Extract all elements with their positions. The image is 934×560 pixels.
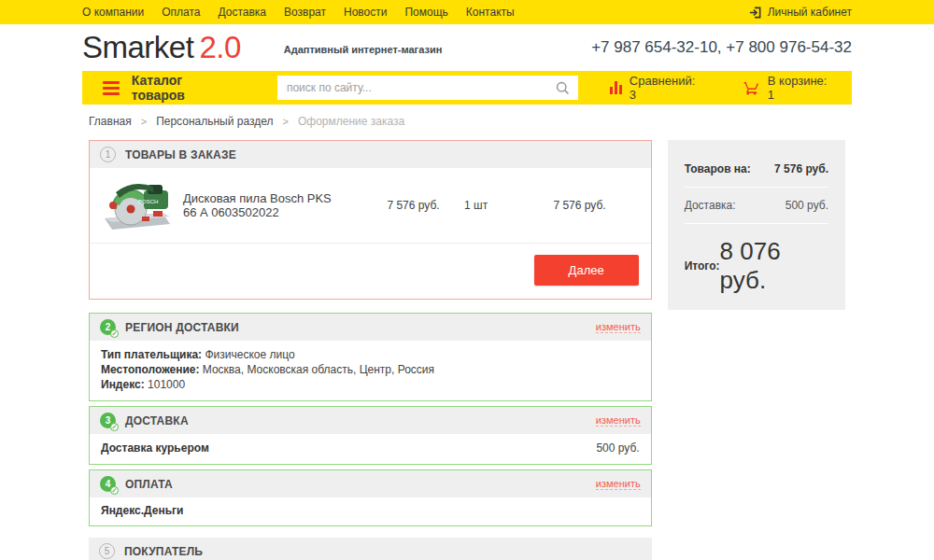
location-row: Местоположение: Москва, Московская облас… [101, 362, 640, 377]
section-title: РЕГИОН ДОСТАВКИ [125, 321, 239, 334]
menu-payment[interactable]: Оплата [162, 6, 200, 19]
delivery-details: Доставка курьером 500 руб. [90, 434, 651, 464]
breadcrumb-personal[interactable]: Персональный раздел [156, 115, 273, 128]
field-label: Тип плательщика: [101, 348, 202, 361]
field-label: Индекс: [101, 378, 145, 391]
payer-type-row: Тип плательщика: Физическое лицо [101, 347, 640, 362]
svg-text:BOSCH: BOSCH [138, 199, 158, 204]
section-region-header: 2✓ РЕГИОН ДОСТАВКИ изменить [90, 314, 651, 341]
summary-column: Товаров на: 7 576 руб. Доставка: 500 руб… [668, 140, 845, 310]
catalog-button[interactable]: Каталог товаров [132, 73, 233, 103]
field-value: 101000 [148, 378, 185, 391]
site-header: Smarket2.0 Адаптивный интернет-магазин +… [0, 24, 934, 71]
section-order-items: 1 ТОВАРЫ В ЗАКАЗЕ [89, 140, 652, 300]
section-title: ПОКУПАТЕЛЬ [124, 545, 203, 558]
field-label: Местоположение: [101, 363, 199, 376]
section-payment: 4✓ ОПЛАТА изменить Яндекс.Деньги [89, 469, 652, 526]
catalog-bar-wrap: Каталог товаров Сравнений: 3 В корзине: … [0, 71, 934, 105]
order-footer: Далее [90, 243, 651, 299]
logo[interactable]: Smarket2.0 [82, 30, 241, 65]
product-price: 7 576 руб. [347, 199, 440, 212]
breadcrumb-current: Оформление заказа [298, 115, 404, 128]
logo-text: Smarket [82, 30, 193, 64]
payment-details: Яндекс.Деньги [90, 497, 651, 525]
region-details: Тип плательщика: Физическое лицо Местопо… [90, 341, 651, 400]
menu-returns[interactable]: Возврат [284, 6, 326, 19]
summary-label: Товаров на: [685, 162, 751, 175]
product-total: 7 576 руб. [513, 199, 606, 212]
section-title: ТОВАРЫ В ЗАКАЗЕ [125, 148, 236, 161]
menu-delivery[interactable]: Доставка [218, 6, 266, 19]
comparisons-link[interactable]: Сравнений: 3 [610, 74, 700, 102]
catalog-bar: Каталог товаров Сравнений: 3 В корзине: … [82, 71, 852, 105]
section-delivery: 3✓ ДОСТАВКА изменить Доставка курьером 5… [89, 406, 652, 465]
breadcrumb: Главная > Персональный раздел > Оформлен… [82, 105, 852, 128]
cart-label: В корзине: 1 [768, 74, 831, 102]
edit-region-link[interactable]: изменить [596, 321, 641, 333]
summary-delivery-row: Доставка: 500 руб. [685, 188, 828, 224]
search-box [277, 76, 578, 100]
phone-numbers[interactable]: +7 987 654-32-10, +7 800 976-54-32 [591, 38, 852, 57]
next-button[interactable]: Далее [534, 255, 639, 286]
edit-payment-link[interactable]: изменить [596, 478, 641, 490]
breadcrumb-home[interactable]: Главная [89, 115, 132, 128]
summary-label: Доставка: [685, 199, 736, 212]
product-name[interactable]: Дисковая пила Bosch PKS 66 А 0603502022 [183, 191, 347, 219]
step-done-badge: ✓ [110, 423, 119, 431]
summary-value: 500 руб. [785, 199, 828, 212]
section-region: 2✓ РЕГИОН ДОСТАВКИ изменить Тип плательщ… [89, 313, 652, 401]
zip-row: Индекс: 101000 [101, 377, 640, 392]
total-label: Итого: [685, 259, 720, 273]
product-quantity: 1 шт [440, 199, 513, 212]
bar-chart-icon [610, 81, 622, 94]
section-payment-header: 4✓ ОПЛАТА изменить [90, 470, 651, 497]
section-order-header: 1 ТОВАРЫ В ЗАКАЗЕ [90, 141, 651, 168]
cart-link[interactable]: В корзине: 1 [743, 74, 831, 102]
search-input[interactable] [287, 81, 555, 94]
comparisons-label: Сравнений: 3 [630, 74, 700, 102]
summary-total-row: Итого: 8 076 руб. [685, 224, 828, 295]
section-buyer-header: 5 ПОКУПАТЕЛЬ [89, 538, 652, 560]
step-number-icon: 1 [100, 147, 116, 162]
total-value: 8 076 руб. [720, 237, 828, 295]
top-utility-bar: О компании Оплата Доставка Возврат Новос… [0, 0, 934, 24]
step-done-badge: ✓ [110, 486, 119, 495]
step-done-badge: ✓ [110, 329, 119, 338]
field-value: Москва, Московская область, Центр, Росси… [203, 363, 434, 376]
product-row: BOSCH Дисковая пила Bosch PKS 66 А 06035… [90, 168, 651, 243]
account-link[interactable]: Личный кабинет [748, 6, 852, 20]
account-label: Личный кабинет [768, 6, 852, 19]
step-number-icon: 4✓ [100, 476, 116, 492]
breadcrumb-separator: > [141, 116, 147, 127]
menu-news[interactable]: Новости [344, 6, 387, 19]
search-icon[interactable] [555, 80, 571, 96]
hamburger-menu-icon[interactable] [103, 81, 120, 95]
order-summary: Товаров на: 7 576 руб. Доставка: 500 руб… [668, 140, 845, 310]
menu-help[interactable]: Помощь [404, 6, 447, 19]
top-menu: О компании Оплата Доставка Возврат Новос… [82, 6, 515, 19]
menu-about[interactable]: О компании [82, 6, 144, 19]
menu-contacts[interactable]: Контакты [466, 6, 515, 19]
section-title: ОПЛАТА [125, 478, 173, 491]
product-thumbnail[interactable]: BOSCH [101, 175, 174, 235]
checkout-column: 1 ТОВАРЫ В ЗАКАЗЕ [89, 140, 652, 560]
section-title: ДОСТАВКА [125, 414, 189, 427]
delivery-method: Доставка курьером [101, 441, 209, 455]
summary-value: 7 576 руб. [774, 162, 828, 175]
cart-icon [743, 79, 760, 96]
section-delivery-header: 3✓ ДОСТАВКА изменить [90, 407, 651, 434]
step-number-icon: 5 [99, 543, 115, 559]
delivery-price: 500 руб. [596, 441, 639, 455]
tagline: Адаптивный интернет-магазин [284, 44, 443, 55]
logo-version: 2.0 [199, 30, 240, 64]
edit-delivery-link[interactable]: изменить [596, 414, 641, 427]
field-value: Физическое лицо [205, 348, 294, 361]
step-number-icon: 2✓ [100, 319, 116, 335]
breadcrumb-separator: > [282, 116, 288, 127]
login-icon [748, 6, 762, 20]
summary-items-row: Товаров на: 7 576 руб. [685, 151, 828, 188]
payment-method: Яндекс.Деньги [101, 504, 183, 517]
step-number-icon: 3✓ [100, 413, 116, 428]
